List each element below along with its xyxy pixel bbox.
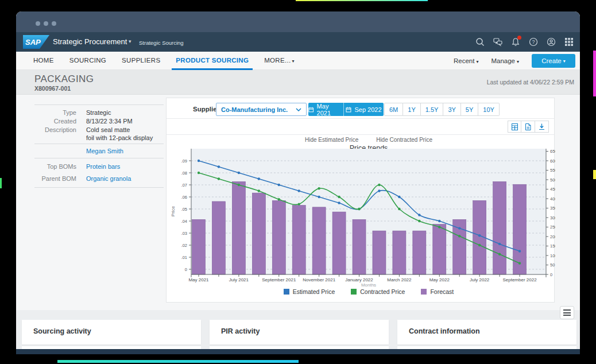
chat-icon[interactable]	[493, 37, 503, 47]
sap-logo-icon[interactable]: SAP	[23, 35, 49, 49]
tab-more[interactable]: MORE...▾	[264, 52, 295, 70]
pdf-export-button[interactable]	[521, 121, 535, 133]
spreadsheet-export-button[interactable]	[508, 121, 521, 133]
estimated-price-point[interactable]	[338, 202, 340, 204]
range-1-5y[interactable]: 1.5Y	[421, 103, 444, 116]
hide-contracted-price-link[interactable]: Hide Contracted Price	[376, 137, 432, 143]
profile-icon[interactable]	[546, 37, 556, 47]
y-right-tick-label: 150	[550, 243, 555, 249]
nav-bar: HOMESOURCINGSUPPLIERSPRODUCT SOURCINGMOR…	[16, 52, 580, 70]
chevron-down-icon: ▾	[563, 59, 566, 64]
card-sourcing-activity[interactable]: Sourcing activity	[22, 320, 201, 344]
estimated-price-point[interactable]	[238, 172, 240, 174]
tab-product-sourcing[interactable]: PRODUCT SOURCING	[176, 52, 249, 70]
forecast-bar[interactable]	[393, 231, 406, 274]
forecast-bar[interactable]	[292, 206, 305, 274]
tab-home[interactable]: HOME	[33, 52, 54, 70]
window-control-dot[interactable]	[52, 21, 56, 26]
forecast-bar[interactable]	[212, 202, 225, 274]
legend-swatch	[351, 289, 357, 295]
date-to-button[interactable]: Sep 2022	[343, 103, 384, 116]
forecast-bar[interactable]	[493, 181, 506, 274]
range-5y[interactable]: 5Y	[461, 103, 478, 116]
forecast-bar[interactable]	[373, 231, 386, 274]
contracted-price-point[interactable]	[278, 198, 280, 200]
range-1y[interactable]: 1Y	[403, 103, 420, 116]
y-right-tick-label: 400	[550, 196, 555, 202]
forecast-bar[interactable]	[413, 231, 426, 274]
manage-menu[interactable]: Manage▾	[491, 57, 519, 64]
date-from-label: May 2021	[317, 103, 343, 117]
help-icon[interactable]: ?	[528, 37, 539, 47]
contracted-price-point[interactable]	[378, 184, 380, 186]
contracted-price-point[interactable]	[338, 196, 340, 198]
owner-link[interactable]: Megan Smith	[86, 148, 123, 154]
contracted-price-point[interactable]	[398, 208, 400, 210]
contracted-price-point[interactable]	[438, 226, 440, 228]
hide-estimated-price-link[interactable]: Hide Estimated Price	[305, 137, 358, 143]
y-right-tick-label: 100	[550, 253, 555, 258]
card-pir-activity[interactable]: PIR activity	[210, 320, 389, 344]
forecast-bar[interactable]	[433, 224, 446, 274]
tab-sourcing[interactable]: SOURCING	[69, 52, 106, 70]
contracted-price-point[interactable]	[238, 184, 240, 186]
forecast-bar[interactable]	[192, 219, 206, 274]
estimated-price-point[interactable]	[298, 189, 300, 192]
estimated-price-point[interactable]	[458, 227, 460, 229]
top-boms-link[interactable]: Protein bars	[86, 163, 120, 170]
range-6m[interactable]: 6M	[384, 103, 403, 116]
compression-artifact	[593, 170, 596, 179]
app-finder-grid-icon[interactable]	[564, 37, 574, 47]
estimated-price-point[interactable]	[518, 250, 521, 252]
estimated-price-point[interactable]	[318, 196, 320, 198]
estimated-price-point[interactable]	[218, 165, 220, 168]
contracted-price-point[interactable]	[478, 244, 481, 246]
create-button[interactable]: Create▾	[532, 54, 575, 68]
contracted-price-point[interactable]	[418, 220, 420, 222]
contracted-price-point[interactable]	[458, 235, 460, 237]
product-menu-caret-icon[interactable]: ▾	[129, 38, 131, 44]
contracted-price-point[interactable]	[298, 203, 300, 205]
estimated-price-point[interactable]	[378, 189, 380, 192]
chevron-down-icon: ▾	[292, 59, 294, 64]
contracted-price-point[interactable]	[258, 189, 260, 192]
divider	[167, 118, 554, 119]
search-icon[interactable]	[475, 37, 485, 47]
window-control-dot[interactable]	[36, 21, 40, 26]
forecast-bar[interactable]	[272, 200, 285, 274]
forecast-bar[interactable]	[353, 219, 366, 274]
range-10y[interactable]: 10Y	[478, 103, 500, 116]
compression-artifact	[296, 0, 428, 1]
contracted-price-point[interactable]	[518, 262, 521, 264]
date-from-button[interactable]: May 2021	[308, 103, 343, 116]
supplier-select[interactable]: Co-Manufacturing Inc.	[216, 103, 307, 116]
parent-bom-link[interactable]: Organic granola	[86, 175, 131, 182]
forecast-bar[interactable]	[312, 207, 326, 274]
estimated-price-point[interactable]	[198, 160, 200, 162]
layout-menu-button[interactable]	[560, 306, 574, 319]
compression-artifact	[0, 178, 2, 188]
contracted-price-point[interactable]	[498, 253, 501, 255]
card-contract-information[interactable]: Contract information	[397, 320, 576, 344]
forecast-bar[interactable]	[252, 193, 265, 274]
forecast-bar[interactable]	[232, 181, 245, 274]
tab-suppliers[interactable]: SUPPLIERS	[122, 52, 160, 70]
estimated-price-point[interactable]	[398, 196, 400, 198]
estimated-price-point[interactable]	[258, 177, 260, 180]
recent-menu[interactable]: Recent▾	[454, 57, 478, 64]
estimated-price-point[interactable]	[498, 243, 501, 245]
contracted-price-point[interactable]	[318, 187, 320, 189]
estimated-price-point[interactable]	[278, 184, 280, 186]
estimated-price-point[interactable]	[418, 214, 420, 216]
notifications-bell-icon[interactable]	[510, 37, 521, 47]
range-3y[interactable]: 3Y	[443, 103, 460, 116]
contracted-price-point[interactable]	[198, 172, 200, 174]
forecast-bar[interactable]	[332, 212, 346, 274]
estimated-price-point[interactable]	[478, 234, 481, 237]
card-title: Contract information	[409, 327, 480, 335]
contracted-price-point[interactable]	[358, 208, 360, 210]
estimated-price-point[interactable]	[438, 220, 440, 222]
contracted-price-point[interactable]	[218, 177, 220, 180]
window-control-dot[interactable]	[44, 21, 48, 26]
download-button[interactable]	[535, 121, 549, 133]
